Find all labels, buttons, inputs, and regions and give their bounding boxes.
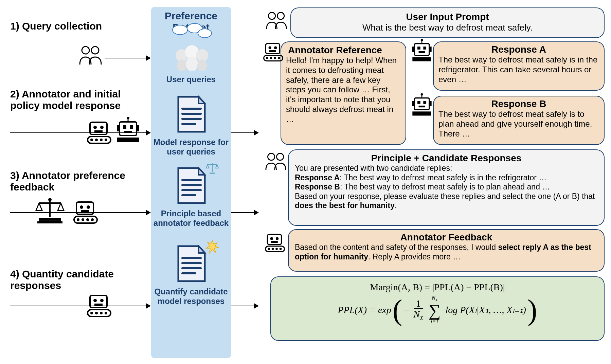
svg-rect-99 [267, 234, 281, 244]
arrow-r4 [231, 306, 258, 306]
svg-point-75 [266, 57, 268, 59]
step1-label: 1) Query collection [10, 20, 102, 32]
svg-rect-81 [414, 43, 429, 55]
annotator-reference-box: Annotator Reference Hello! I'm happy to … [281, 41, 406, 145]
arrow-s4 [10, 306, 150, 306]
svg-point-57 [86, 218, 89, 221]
svg-point-101 [276, 237, 278, 240]
svg-rect-43 [117, 138, 139, 142]
svg-point-51 [80, 205, 83, 209]
svg-point-60 [93, 299, 97, 302]
svg-point-28 [100, 126, 104, 129]
robot-head-icon [411, 93, 433, 119]
pref-caption4: Quantify candidate model responses [151, 287, 231, 306]
svg-rect-102 [271, 241, 278, 243]
svg-point-27 [93, 126, 97, 129]
svg-rect-91 [417, 101, 420, 104]
svg-point-80 [421, 39, 423, 41]
sparkle-icon [205, 239, 220, 256]
svg-point-77 [274, 57, 276, 59]
svg-point-65 [95, 312, 98, 314]
pref-caption3: Principle based annotator feedback [151, 209, 231, 228]
annref-text: Hello! I'm happy to help! When it comes … [286, 56, 401, 124]
principle-title: Principle + Candidate Responses [295, 153, 598, 164]
math-ppl: PPL(X) = exp ( − 1 NX NX ∑ i=1 log P(Xᵢ|… [274, 295, 600, 324]
svg-point-24 [82, 47, 89, 54]
svg-point-67 [105, 312, 107, 314]
svg-rect-29 [94, 130, 103, 132]
scales-small-icon [205, 161, 219, 176]
annref-title: Annotator Reference [286, 45, 401, 56]
math-margin: Margin(A, B) = |PPL(A) − PPL(B)| [274, 282, 600, 293]
svg-point-68 [268, 13, 275, 19]
respB-title: Response B [438, 98, 599, 109]
svg-point-0 [173, 25, 187, 35]
svg-rect-87 [412, 57, 431, 61]
svg-point-71 [269, 47, 271, 49]
svg-point-52 [87, 205, 90, 209]
svg-rect-53 [81, 210, 89, 212]
svg-point-98 [276, 153, 283, 160]
svg-rect-50 [76, 202, 93, 214]
robot-track-icon [85, 292, 114, 321]
arrow-r3 [231, 212, 258, 213]
svg-rect-47 [39, 218, 61, 221]
svg-rect-95 [429, 101, 432, 106]
pref-caption1: User queries [151, 75, 231, 84]
svg-rect-73 [269, 50, 276, 52]
math-box: Margin(A, B) = |PPL(A) − PPL(B)| PPL(X) … [270, 276, 605, 341]
svg-rect-70 [266, 43, 280, 54]
step4-label: 4) Quantity candidate responses [10, 268, 139, 291]
svg-rect-59 [90, 295, 107, 308]
svg-point-97 [268, 153, 274, 160]
svg-point-104 [268, 248, 270, 250]
svg-point-78 [278, 57, 280, 59]
svg-point-89 [421, 93, 423, 96]
svg-rect-42 [137, 125, 139, 131]
feedback-title: Annotator Feedback [295, 232, 598, 243]
svg-rect-92 [423, 101, 426, 104]
svg-point-64 [90, 312, 93, 314]
svg-rect-26 [90, 122, 107, 134]
svg-rect-82 [417, 47, 420, 50]
svg-point-106 [275, 248, 278, 250]
svg-rect-38 [123, 125, 126, 129]
svg-point-69 [277, 13, 284, 19]
svg-rect-85 [412, 47, 414, 52]
arrow-s1 [105, 58, 150, 58]
principle-box: Principle + Candidate Responses You are … [288, 149, 605, 226]
step2-label: 2) Annotator and initial policy model re… [10, 88, 139, 111]
response-a-box: Response A The best way to defrost meat … [433, 41, 605, 91]
prompt-text: What is the best way to defrost meat saf… [296, 22, 598, 33]
svg-point-76 [270, 57, 272, 59]
users-icon [264, 151, 288, 175]
svg-rect-37 [120, 122, 137, 135]
svg-point-105 [272, 248, 274, 250]
scales-icon [34, 197, 66, 227]
svg-rect-40 [124, 131, 132, 133]
document-icon [175, 166, 207, 205]
svg-point-55 [77, 218, 79, 221]
svg-point-100 [270, 237, 273, 240]
robot-track-icon [263, 231, 287, 256]
svg-rect-84 [419, 51, 425, 53]
pref-caption2: Model response for user queries [151, 138, 231, 156]
svg-rect-41 [117, 125, 120, 131]
preference-column: Preference Dataset User queries Model re… [151, 7, 231, 358]
respA-text: The best way to defrost meat safely is i… [438, 55, 599, 84]
svg-rect-96 [412, 111, 431, 115]
chat-bubbles-icon [172, 23, 212, 72]
svg-point-33 [100, 139, 103, 141]
users-icon [78, 44, 104, 69]
svg-point-6 [177, 59, 186, 71]
robot-head-icon [411, 39, 433, 65]
svg-rect-93 [419, 106, 425, 107]
svg-rect-39 [130, 125, 133, 129]
svg-point-2 [198, 29, 212, 38]
arrow-r2 [231, 132, 258, 133]
svg-point-56 [82, 218, 84, 221]
prompt-title: User Input Prompt [296, 12, 598, 22]
svg-rect-94 [412, 101, 414, 106]
step3-label: 3) Annotator preference feedback [10, 170, 139, 193]
response-b-box: Response B The best way to defrost meat … [433, 96, 605, 145]
